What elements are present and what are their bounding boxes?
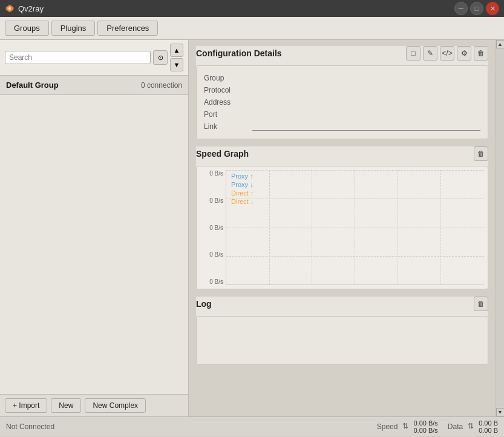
protocol-value bbox=[252, 86, 480, 94]
protocol-label: Protocol bbox=[204, 86, 252, 94]
group-count: 0 connection bbox=[141, 81, 182, 90]
config-section-header: Configuration Details □ ✎ </> ⚙ 🗑 bbox=[196, 46, 488, 61]
y-label-4: 0 B/s bbox=[200, 278, 223, 285]
import-button[interactable]: + Import bbox=[5, 398, 47, 413]
config-trash-icon-btn[interactable]: 🗑 bbox=[474, 46, 488, 61]
sidebar-footer: + Import New New Complex bbox=[0, 394, 188, 416]
speed-values: 0.00 B/s 0.00 B/s bbox=[413, 419, 437, 434]
new-button[interactable]: New bbox=[51, 398, 81, 413]
scroll-up-arrow[interactable]: ▲ bbox=[496, 40, 505, 48]
link-label: Link bbox=[204, 122, 252, 131]
app-icon bbox=[5, 4, 15, 13]
title-bar-left: Qv2ray bbox=[5, 4, 44, 13]
close-button[interactable]: ✕ bbox=[486, 2, 499, 15]
speed-arrows-icon: ⇅ bbox=[402, 422, 411, 431]
y-label-3: 0 B/s bbox=[200, 251, 223, 258]
grid-lines bbox=[226, 170, 484, 284]
config-section-title: Configuration Details bbox=[196, 48, 282, 58]
speed-graph-actions: 🗑 bbox=[474, 146, 488, 161]
config-row-link: Link bbox=[204, 120, 480, 133]
svg-text:⇅: ⇅ bbox=[402, 422, 408, 430]
data-status-item: Data ⇅ 0.00 B 0.00 B bbox=[448, 419, 498, 434]
port-label: Port bbox=[204, 110, 252, 119]
log-trash-btn[interactable]: 🗑 bbox=[474, 297, 488, 311]
settings-icon-btn[interactable]: ⚙ bbox=[457, 46, 471, 61]
scrollbar: ▲ ▼ bbox=[496, 40, 504, 416]
frame-icon-btn[interactable]: □ bbox=[406, 46, 421, 61]
sidebar-content bbox=[0, 95, 188, 394]
group-header: Default Group 0 connection bbox=[0, 76, 188, 95]
sidebar: ⊙ ▲ ▼ Default Group 0 connection + Impor… bbox=[0, 40, 189, 416]
app-title: Qv2ray bbox=[18, 4, 44, 13]
grid-v-3 bbox=[398, 170, 398, 284]
svg-text:⇅: ⇅ bbox=[468, 422, 474, 430]
minimize-button[interactable]: ─ bbox=[454, 2, 468, 15]
link-value bbox=[252, 122, 480, 131]
grid-v-2 bbox=[355, 170, 355, 284]
speed-graph-section: Speed Graph 🗑 0 B/s 0 B/s 0 B/s 0 B/s bbox=[196, 146, 488, 289]
search-filter-icon[interactable]: ⊙ bbox=[153, 50, 168, 65]
preferences-button[interactable]: Preferences bbox=[97, 21, 158, 36]
config-row-port: Port bbox=[204, 108, 480, 120]
search-input[interactable] bbox=[5, 51, 151, 64]
y-label-1: 0 B/s bbox=[200, 197, 223, 204]
log-section-title: Log bbox=[196, 299, 212, 309]
graph-legend: Proxy ↑ Proxy ↓ Direct ↑ Direct ↓ bbox=[231, 172, 254, 205]
maximize-button[interactable]: □ bbox=[470, 2, 483, 15]
log-actions: 🗑 bbox=[474, 297, 488, 311]
legend-proxy-up[interactable]: Proxy ↑ bbox=[231, 172, 254, 180]
legend-proxy-down[interactable]: Proxy ↓ bbox=[231, 181, 254, 188]
grid-v-4 bbox=[440, 170, 441, 284]
speed-graph-trash-btn[interactable]: 🗑 bbox=[474, 146, 488, 161]
data-values: 0.00 B 0.00 B bbox=[479, 419, 498, 434]
speed-graph-title: Speed Graph bbox=[196, 149, 249, 159]
config-row-protocol: Protocol bbox=[204, 84, 480, 96]
data-down-value: 0.00 B bbox=[479, 427, 498, 434]
config-details-panel: Group Protocol Address Port bbox=[196, 65, 488, 139]
content-with-scroll: Configuration Details □ ✎ </> ⚙ 🗑 Group bbox=[189, 40, 504, 416]
config-section: Configuration Details □ ✎ </> ⚙ 🗑 Group bbox=[196, 46, 488, 139]
config-row-address: Address bbox=[204, 96, 480, 108]
title-bar: Qv2ray ─ □ ✕ bbox=[0, 0, 504, 17]
speed-graph-panel: 0 B/s 0 B/s 0 B/s 0 B/s 0 B/s bbox=[196, 166, 488, 289]
data-arrows-icon: ⇅ bbox=[468, 422, 476, 431]
main-layout: ⊙ ▲ ▼ Default Group 0 connection + Impor… bbox=[0, 40, 504, 416]
legend-direct-down[interactable]: Direct ↓ bbox=[231, 198, 254, 205]
log-panel[interactable] bbox=[196, 316, 488, 364]
y-label-2: 0 B/s bbox=[200, 225, 223, 231]
speed-status-item: Speed ⇅ 0.00 B/s 0.00 B/s bbox=[377, 419, 438, 434]
group-value bbox=[252, 74, 480, 82]
group-name: Default Group bbox=[6, 80, 59, 90]
grid-v-0 bbox=[269, 170, 270, 284]
data-label: Data bbox=[448, 422, 463, 431]
address-value bbox=[252, 98, 480, 107]
scroll-down-arrow[interactable]: ▼ bbox=[496, 408, 505, 416]
address-label: Address bbox=[204, 98, 252, 107]
toolbar: Groups Plugins Preferences bbox=[0, 17, 504, 40]
svg-point-1 bbox=[8, 7, 11, 10]
grid-v-1 bbox=[312, 170, 312, 284]
status-bar: Not Connected Speed ⇅ 0.00 B/s 0.00 B/s … bbox=[0, 416, 504, 436]
groups-button[interactable]: Groups bbox=[5, 21, 49, 36]
sort-buttons: ▲ ▼ bbox=[170, 44, 183, 71]
sort-up-button[interactable]: ▲ bbox=[170, 44, 183, 57]
scroll-track[interactable] bbox=[496, 48, 505, 408]
log-section-header: Log 🗑 bbox=[196, 297, 488, 311]
code-icon-btn[interactable]: </> bbox=[440, 46, 454, 61]
speed-up-value: 0.00 B/s bbox=[413, 419, 437, 427]
speed-down-value: 0.00 B/s bbox=[413, 427, 437, 434]
plugins-button[interactable]: Plugins bbox=[51, 21, 96, 36]
log-section: Log 🗑 bbox=[196, 297, 488, 364]
y-label-0: 0 B/s bbox=[200, 170, 223, 177]
search-bar: ⊙ ▲ ▼ bbox=[0, 40, 188, 76]
speed-label: Speed bbox=[377, 422, 398, 431]
group-label: Group bbox=[204, 74, 252, 82]
legend-direct-up[interactable]: Direct ↑ bbox=[231, 189, 254, 197]
graph-area: 0 B/s 0 B/s 0 B/s 0 B/s 0 B/s bbox=[200, 170, 484, 285]
sort-down-button[interactable]: ▼ bbox=[170, 58, 183, 71]
data-up-value: 0.00 B bbox=[479, 419, 498, 427]
config-actions: □ ✎ </> ⚙ 🗑 bbox=[406, 46, 488, 61]
new-complex-button[interactable]: New Complex bbox=[85, 398, 146, 413]
edit-icon-btn[interactable]: ✎ bbox=[423, 46, 437, 61]
status-right: Speed ⇅ 0.00 B/s 0.00 B/s Data ⇅ 0.00 B … bbox=[377, 419, 498, 434]
